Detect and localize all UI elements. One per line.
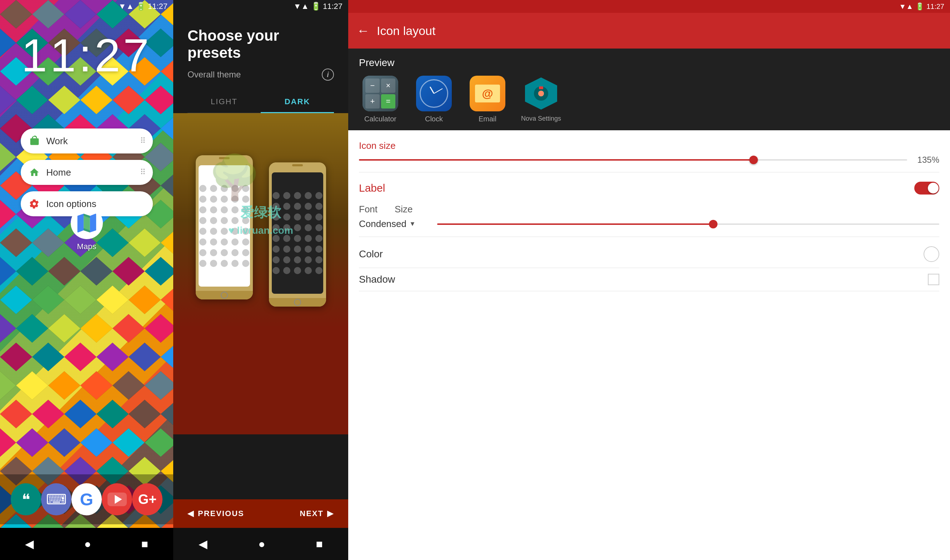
font-size-thumb[interactable]: [709, 220, 717, 228]
color-label: Color: [359, 248, 383, 260]
color-picker[interactable]: [924, 246, 939, 262]
clock-label: Clock: [425, 115, 443, 123]
dock-youtube-icon[interactable]: [102, 483, 132, 515]
font-dropdown-arrow: ▼: [409, 220, 416, 228]
font-value-row: Condensed ▼: [359, 218, 939, 229]
maps-label: Maps: [77, 242, 96, 251]
p2-back-nav[interactable]: ◀: [199, 537, 208, 551]
previous-label: PREVIOUS: [198, 509, 244, 518]
calculator-label: Calculator: [364, 115, 396, 123]
prev-arrow-icon: ◀: [188, 509, 194, 518]
recents-nav-button[interactable]: ■: [141, 537, 148, 551]
dock-hangouts-icon[interactable]: ❝: [11, 483, 41, 515]
p2-phone-preview: 🌳 爱绿软♥ livruan.com: [173, 113, 348, 327]
phone-light-bottom: [196, 291, 253, 300]
preview-calculator: − × + = Calculator: [359, 76, 402, 123]
home-icon: [28, 166, 41, 179]
p2-home-nav[interactable]: ●: [258, 537, 265, 551]
p2-battery-icon: 🔋: [311, 2, 321, 11]
previous-button[interactable]: ◀ PREVIOUS: [188, 509, 244, 518]
maps-app-icon[interactable]: Maps: [71, 207, 103, 251]
p2-lower-bg: [173, 327, 348, 434]
next-label: NEXT: [300, 509, 324, 518]
icon-size-label: Icon size: [359, 140, 939, 151]
back-button[interactable]: ←: [357, 23, 370, 38]
gplus-symbol: G+: [138, 492, 157, 507]
nova-settings-label: Nova Settings: [521, 115, 561, 122]
p3-settings-content: Icon size 135% Label Font Size Condensed…: [348, 130, 950, 560]
work-label: Work: [46, 135, 134, 147]
dock-keyboard-icon[interactable]: ⌨: [41, 483, 71, 515]
font-dropdown[interactable]: Condensed ▼: [359, 218, 416, 229]
p2-subtitle: Overall theme: [188, 69, 241, 80]
tab-light[interactable]: LIGHT: [188, 91, 261, 113]
p2-bottom-nav: ◀ PREVIOUS NEXT ▶: [173, 499, 348, 528]
bottom-spacer: [359, 291, 939, 306]
preview-nova-settings: Nova Settings: [520, 76, 563, 122]
shadow-checkbox[interactable]: [928, 274, 939, 285]
divider-2: [359, 237, 939, 237]
p3-time: 11:27: [927, 3, 944, 11]
svg-point-7: [538, 91, 544, 96]
label-toggle-switch[interactable]: [914, 182, 939, 194]
calculator-icon: − × + =: [362, 76, 398, 111]
maps-icon-circle: [71, 207, 103, 239]
home-label: Home: [46, 167, 134, 178]
divider-1: [359, 172, 939, 172]
dock-bar: ❝ ⌨ G G+: [0, 474, 173, 524]
p2-recents-nav[interactable]: ■: [316, 537, 323, 551]
next-button[interactable]: NEXT ▶: [300, 509, 334, 518]
p3-status-icons: ▼▲ 🔋 11:27: [899, 2, 944, 11]
time-display: 11:27: [148, 2, 168, 11]
p3-header: ← Icon layout: [348, 13, 950, 49]
icon-size-value: 135%: [914, 155, 939, 165]
shadow-label: Shadow: [359, 274, 395, 285]
font-row: Font Size: [359, 204, 939, 215]
dark-screen-content: [272, 172, 323, 294]
keyboard-symbol: ⌨: [46, 491, 67, 508]
status-bar: ▼▲ 🔋 11:27: [0, 0, 173, 13]
font-size-slider[interactable]: [437, 223, 939, 225]
menu-item-home[interactable]: Home ⠿: [21, 160, 153, 185]
signal-icon: ▼▲: [118, 2, 134, 11]
calc-x-sym: ×: [381, 78, 395, 93]
clock-display: 11:27: [0, 29, 173, 82]
clock-minute-hand: [434, 88, 443, 94]
info-icon[interactable]: i: [322, 69, 334, 81]
icon-size-track[interactable]: [359, 159, 907, 161]
font-size-fill: [437, 223, 713, 225]
dock-google-icon[interactable]: G: [71, 483, 102, 515]
email-envelope: @: [475, 85, 500, 102]
shadow-row: Shadow: [359, 268, 939, 291]
menu-item-work[interactable]: Work ⠿: [21, 128, 153, 154]
calc-minus-sym: −: [366, 78, 379, 93]
calc-plus-sym: +: [366, 94, 379, 109]
clock-face: [419, 79, 448, 108]
home-dots-icon: ⠿: [140, 168, 146, 177]
home-screen-panel: ▼▲ 🔋 11:27 11:27 Work ⠿ Home ⠿ Icon opti…: [0, 0, 173, 560]
icon-size-slider-row: 135%: [359, 155, 939, 165]
status-icons: ▼▲ 🔋 11:27: [118, 2, 168, 11]
p2-subtitle-row: Overall theme i: [188, 69, 334, 81]
p2-title: Choose your presets: [188, 27, 334, 62]
calc-icon-grid: − × + =: [362, 76, 398, 111]
email-label: Email: [478, 115, 497, 123]
icon-size-thumb[interactable]: [749, 155, 758, 164]
back-nav-button[interactable]: ◀: [25, 537, 34, 551]
home-nav-button[interactable]: ●: [84, 537, 91, 551]
dock-gplus-icon[interactable]: G+: [132, 483, 162, 515]
preview-clock: Clock: [412, 76, 455, 123]
p3-battery-icon: 🔋: [915, 2, 924, 11]
nova-icon-container: [523, 76, 559, 111]
next-arrow-icon: ▶: [327, 509, 334, 518]
p2-status-icons: ▼▲ 🔋 11:27: [293, 2, 342, 11]
font-size-col-label: Size: [395, 204, 416, 215]
tab-dark[interactable]: DARK: [261, 91, 334, 113]
email-at-symbol: @: [482, 87, 493, 100]
phone-dark-mockup: [269, 162, 326, 306]
p2-status-bar: ▼▲ 🔋 11:27: [173, 0, 348, 13]
phone-dark-bottom: [269, 298, 326, 306]
color-row: Color: [359, 240, 939, 268]
dark-dots-grid: [272, 185, 323, 281]
preview-apps: − × + = Calculator Clock: [359, 76, 939, 123]
